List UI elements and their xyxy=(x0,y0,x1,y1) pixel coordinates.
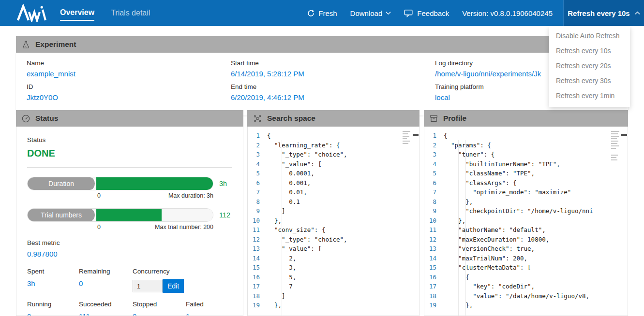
download-menu-button[interactable]: Download xyxy=(350,9,391,17)
field-value: Jktz0Y0O xyxy=(27,93,231,101)
experiment-field: Name example_mnist xyxy=(27,59,231,83)
search-space-editor[interactable]: 1 { 2 "learning_rate": { 3 "_type": "cho… xyxy=(247,127,419,316)
trial-numbers-bar-track: Trial numbers xyxy=(27,208,213,222)
code-line: 3 "tuner": { xyxy=(424,150,628,159)
code-line: 12 "maxExecDuration": 10800, xyxy=(424,235,628,244)
code-line: 9 "checkpointDir": "/home/v-liguo/nni xyxy=(424,206,628,216)
tab-trials-detail[interactable]: Trials detail xyxy=(111,6,150,20)
line-number: 13 xyxy=(248,244,267,254)
edit-concurrency-button[interactable]: Edit xyxy=(163,279,184,293)
trial-count: Failed 1 xyxy=(186,301,232,316)
code-text: { xyxy=(267,131,271,141)
code-line: 4 "builtinTunerName": "TPE", xyxy=(424,159,628,169)
code-line: 15 "clusterMetaData": [ xyxy=(424,263,628,273)
code-line: 2 "learning_rate": { xyxy=(248,141,419,150)
editor-scrollbar[interactable] xyxy=(621,134,627,136)
code-line: 11 "conv_size": { xyxy=(248,225,419,235)
experiment-title: Experiment xyxy=(35,40,76,49)
code-text: "_value": [ xyxy=(267,159,322,169)
line-number: 19 xyxy=(424,301,444,310)
code-text: 0.01, xyxy=(267,187,307,197)
line-number: 17 xyxy=(248,282,267,291)
duration-bar: Duration 3h xyxy=(27,177,232,190)
best-metric-value: 0.987800 xyxy=(27,250,232,258)
trial-count: Succeeded 111 xyxy=(79,301,133,316)
minimap[interactable] xyxy=(403,131,412,144)
status-value: DONE xyxy=(27,148,232,159)
profile-header: Profile xyxy=(424,110,628,127)
spent-counter: Spent 3h xyxy=(27,268,79,293)
line-number: 16 xyxy=(248,273,267,282)
code-line: 11 "authorName": "default", xyxy=(424,225,628,235)
code-line: 19 }, xyxy=(248,301,419,310)
code-text: "authorName": "default", xyxy=(444,225,546,235)
code-text: "learning_rate": { xyxy=(267,141,340,150)
code-line: 5 "className": "TPE", xyxy=(424,169,628,178)
code-text: 7 xyxy=(267,282,293,291)
field-value: 6/20/2019, 4:46:12 PM xyxy=(231,93,435,101)
code-text: "params": { xyxy=(444,141,491,150)
line-number: 14 xyxy=(424,254,444,263)
code-line: 15 3, xyxy=(248,263,419,273)
duration-value: 3h xyxy=(219,180,227,187)
feedback-button[interactable]: Feedback xyxy=(404,9,449,17)
line-number: 4 xyxy=(248,159,267,169)
trial-count-label: Succeeded xyxy=(79,301,133,308)
code-line: 12 "_type": "choice", xyxy=(248,235,419,244)
code-line: 5 0.0001, xyxy=(248,169,419,178)
line-number: 3 xyxy=(424,150,444,159)
code-line: 1 { xyxy=(424,131,628,141)
experiment-fields: Name example_mnist ID Jktz0Y0O Start tim… xyxy=(16,53,628,115)
field-label: End time xyxy=(231,83,435,90)
line-number: 15 xyxy=(248,263,267,273)
code-text: "optimize_mode": "maximize" xyxy=(444,187,571,197)
max-duration-label: Max duration: 3h xyxy=(168,192,213,199)
experiment-field: End time 6/20/2019, 4:46:12 PM xyxy=(231,83,435,107)
indent-guide xyxy=(282,140,282,316)
trial-numbers-bar-label: Trial numbers xyxy=(28,209,96,221)
refresh-menu-item[interactable]: Refresh every 30s xyxy=(549,73,630,88)
refresh-menu-item[interactable]: Disable Auto Refresh xyxy=(549,29,630,43)
feedback-label: Feedback xyxy=(417,9,449,17)
code-line: 17 "key": "codeDir", xyxy=(424,282,628,291)
trial-count-label: Failed xyxy=(186,301,232,308)
code-line: 13 "versionCheck": true, xyxy=(424,244,628,254)
trial-numbers-bar: Trial numbers 112 xyxy=(27,208,232,222)
line-number: 18 xyxy=(248,291,267,301)
profile-editor[interactable]: 1 { 2 "params": { 3 "tuner": { xyxy=(424,127,628,316)
refresh-menu-item[interactable]: Refresh every 20s xyxy=(549,58,630,73)
remaining-value: 0 xyxy=(79,279,133,287)
trial-count-label: Stopped xyxy=(133,301,186,308)
code-line: 8 0.1 xyxy=(248,197,419,207)
line-number: 6 xyxy=(248,178,267,188)
editor-scrollbar[interactable] xyxy=(413,134,419,136)
code-line: 17 7 xyxy=(248,282,419,291)
code-text: "_value": [ xyxy=(267,244,322,254)
refresh-interval-label: Refresh every 10s xyxy=(568,9,629,17)
code-text: }, xyxy=(267,216,282,226)
code-line: 7 0.01, xyxy=(248,187,419,197)
refresh-menu-item[interactable]: Refresh every 10s xyxy=(549,43,630,58)
trial-min: 0 xyxy=(97,224,101,230)
refresh-menu-item[interactable]: Refresh every 1min xyxy=(549,88,630,103)
download-label: Download xyxy=(350,9,383,17)
minimap[interactable] xyxy=(611,131,621,160)
concurrency-label: Concurrency xyxy=(133,268,232,275)
code-line: 4 "_value": [ xyxy=(248,159,419,169)
code-text: "_type": "choice", xyxy=(267,235,347,244)
concurrency-input[interactable] xyxy=(133,280,163,292)
experiment-card: Experiment Name example_mnist ID Jktz0Y0… xyxy=(16,36,628,115)
tab-overview[interactable]: Overview xyxy=(60,5,94,21)
fresh-button[interactable]: Fresh xyxy=(307,9,337,17)
code-text: "conv_size": { xyxy=(267,225,325,235)
code-text: "className": "TPE", xyxy=(444,169,535,178)
status-label: Status xyxy=(27,136,232,144)
duration-bar-fill xyxy=(96,177,213,190)
line-number: 9 xyxy=(424,206,444,216)
code-line: 18 "value": "/data/home/v-liguo/v8, xyxy=(424,291,628,301)
code-text: }, xyxy=(444,216,465,226)
line-number: 10 xyxy=(424,216,444,226)
refresh-interval-menu: Disable Auto Refresh Refresh every 10s R… xyxy=(549,26,630,107)
refresh-interval-button[interactable]: Refresh every 10s xyxy=(563,0,644,26)
code-text: ] xyxy=(267,291,285,301)
